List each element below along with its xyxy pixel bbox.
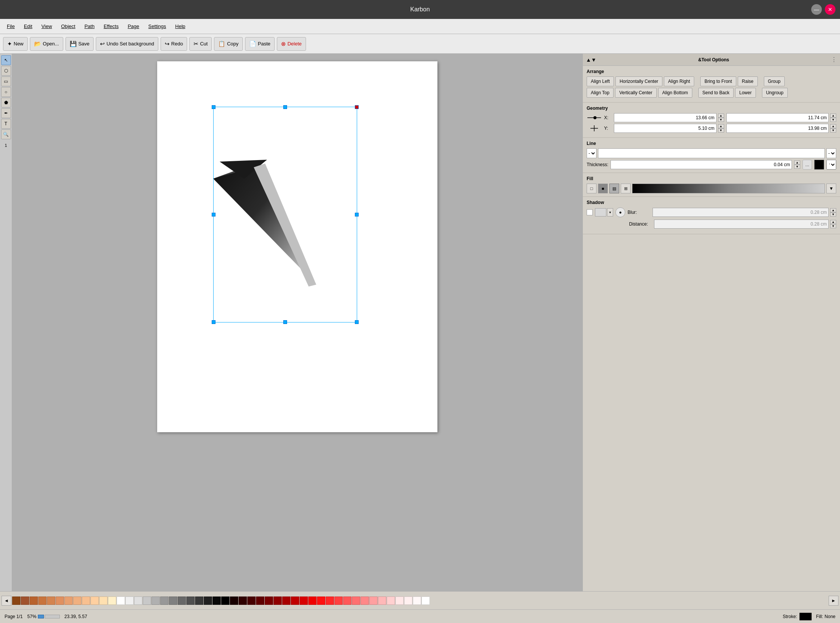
thickness-input[interactable] (610, 160, 792, 169)
minimize-button[interactable]: — (811, 4, 822, 15)
text-tool[interactable]: T (1, 119, 11, 129)
line-start-select[interactable]: - (587, 148, 596, 158)
palette-swatch[interactable] (273, 597, 282, 605)
palette-swatch[interactable] (134, 597, 142, 605)
palette-swatch[interactable] (195, 597, 203, 605)
palette-swatch[interactable] (12, 597, 20, 605)
thickness-extra-btn[interactable]: … (803, 160, 812, 170)
palette-swatch[interactable] (99, 597, 108, 605)
zoom-slider[interactable] (38, 615, 60, 618)
vertically-center-button[interactable]: Vertically Center (615, 88, 656, 98)
menu-effects[interactable]: Effects (100, 22, 123, 31)
palette-swatch[interactable] (282, 597, 290, 605)
shadow-direction[interactable]: ● (615, 207, 625, 217)
palette-swatch[interactable] (300, 597, 308, 605)
thickness-down[interactable]: ▼ (794, 165, 800, 169)
palette-swatch[interactable] (143, 597, 151, 605)
palette-swatch[interactable] (56, 597, 64, 605)
palette-swatch[interactable] (361, 597, 369, 605)
palette-swatch[interactable] (291, 597, 299, 605)
undo-button[interactable]: ↩ Undo Set background (96, 37, 158, 51)
palette-swatch[interactable] (334, 597, 343, 605)
palette-swatch[interactable] (369, 597, 378, 605)
group-button[interactable]: Group (764, 76, 785, 86)
select-tool[interactable]: ↖ (1, 55, 11, 65)
path-tool[interactable]: ✒ (1, 108, 11, 118)
line-color-swatch[interactable] (814, 160, 824, 170)
palette-swatch[interactable] (247, 597, 256, 605)
x-down-1[interactable]: ▼ (718, 118, 724, 122)
menu-view[interactable]: View (37, 22, 56, 31)
palette-swatch[interactable] (326, 597, 334, 605)
stroke-color-swatch[interactable] (799, 613, 812, 620)
node-tool[interactable]: ⬡ (1, 66, 11, 76)
palette-swatch[interactable] (21, 597, 29, 605)
fill-solid-btn[interactable]: ■ (598, 184, 608, 193)
palette-swatch[interactable] (169, 597, 177, 605)
menu-path[interactable]: Path (81, 22, 98, 31)
palette-swatch[interactable] (73, 597, 81, 605)
y-down-1[interactable]: ▼ (718, 128, 724, 132)
palette-swatch[interactable] (317, 597, 325, 605)
align-right-button[interactable]: Align Right (664, 76, 694, 86)
y-up-1[interactable]: ▲ (718, 124, 724, 128)
align-bottom-button[interactable]: Align Bottom (658, 88, 692, 98)
palette-swatch[interactable] (230, 597, 238, 605)
panel-options-icon[interactable]: ⋮ (831, 56, 837, 63)
palette-swatch[interactable] (117, 597, 125, 605)
palette-swatch[interactable] (378, 597, 386, 605)
ungroup-button[interactable]: Ungroup (762, 88, 788, 98)
blur-down[interactable]: ▼ (830, 212, 836, 216)
palette-swatch[interactable] (413, 597, 421, 605)
line-color-dropdown[interactable]: ▼ (826, 160, 836, 170)
save-button[interactable]: 💾 Save (66, 37, 94, 51)
palette-swatch[interactable] (404, 597, 412, 605)
palette-swatch[interactable] (91, 597, 99, 605)
palette-swatch[interactable] (387, 597, 395, 605)
close-button[interactable]: ✕ (825, 4, 835, 15)
bring-to-front-button[interactable]: Bring to Front (700, 76, 736, 86)
palette-swatch[interactable] (38, 597, 47, 605)
fill-gradient-btn[interactable]: ▤ (609, 184, 619, 193)
y-up-2[interactable]: ▲ (830, 124, 836, 128)
palette-right-arrow[interactable]: ► (829, 596, 838, 606)
palette-swatch[interactable] (178, 597, 186, 605)
menu-settings[interactable]: Settings (145, 22, 170, 31)
palette-swatch[interactable] (204, 597, 212, 605)
menu-help[interactable]: Help (172, 22, 189, 31)
shadow-color-dropdown[interactable]: ▼ (607, 208, 613, 216)
palette-swatch[interactable] (64, 597, 73, 605)
palette-swatch[interactable] (186, 597, 195, 605)
align-top-button[interactable]: Align Top (587, 88, 614, 98)
raise-button[interactable]: Raise (738, 76, 758, 86)
fill-dropdown[interactable]: ▼ (826, 184, 836, 193)
delete-button[interactable]: ⊗ Delete (277, 37, 306, 51)
canvas-area[interactable] (12, 54, 582, 591)
zoom-tool[interactable]: 🔍 (1, 129, 11, 139)
shadow-color-swatch[interactable] (595, 208, 606, 216)
menu-object[interactable]: Object (57, 22, 79, 31)
palette-swatch[interactable] (422, 597, 430, 605)
menu-file[interactable]: File (3, 22, 19, 31)
rect-tool[interactable]: ▭ (1, 76, 11, 86)
palette-swatch[interactable] (82, 597, 90, 605)
send-to-back-button[interactable]: Send to Back (698, 88, 734, 98)
distance-down[interactable]: ▼ (830, 224, 836, 228)
palette-left-arrow[interactable]: ◄ (2, 596, 11, 606)
y-down-2[interactable]: ▼ (830, 128, 836, 132)
y-value-2[interactable] (726, 124, 829, 133)
palette-swatch[interactable] (239, 597, 247, 605)
align-left-button[interactable]: Align Left (587, 76, 614, 86)
palette-swatch[interactable] (352, 597, 360, 605)
menu-edit[interactable]: Edit (20, 22, 36, 31)
new-button[interactable]: ✦ New (3, 37, 28, 51)
x-up-2[interactable]: ▲ (830, 114, 836, 118)
palette-swatch[interactable] (125, 597, 134, 605)
x-down-2[interactable]: ▼ (830, 118, 836, 122)
palette-swatch[interactable] (221, 597, 230, 605)
palette-swatch[interactable] (308, 597, 317, 605)
lower-button[interactable]: Lower (735, 88, 756, 98)
palette-swatch[interactable] (343, 597, 351, 605)
copy-button[interactable]: 📋 Copy (214, 37, 242, 51)
palette-swatch[interactable] (47, 597, 55, 605)
